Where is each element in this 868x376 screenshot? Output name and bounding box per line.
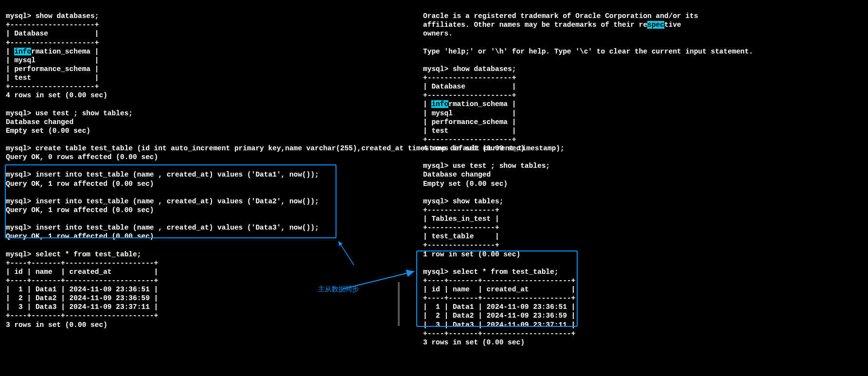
result-msg: 3 rows in set (0.00 sec) [6,321,107,329]
highlight-box-right [416,251,578,327]
db-row: performance_schema [14,65,90,73]
cell: Data2 [35,294,57,302]
cmd-show-db: show databases; [453,65,516,73]
col-id: id [14,268,22,276]
table-row: test_table [431,233,474,240]
prompt: mysql> [423,162,448,170]
banner-line: tive [664,21,681,29]
banner-line: affiliates. Other names may be trademark… [423,21,647,29]
cmd-use-test: use test ; show tables; [35,109,133,117]
db-row: test [431,127,448,135]
cmd-use-test: use test ; show tables; [453,162,550,170]
result-msg: Empty set (0.00 sec) [6,127,90,135]
result-msg: Query OK, 0 rows affected (0.00 sec) [6,153,158,161]
cmd-show-db: show databases; [35,12,99,20]
db-row: mysql [431,109,453,117]
annotation-label: 主从数据同步 [318,285,359,294]
banner-line: owners. [423,30,453,37]
cell: 2024-11-09 23:37:11 [70,303,150,311]
cell: 3 [18,303,23,311]
result-msg: 3 rows in set (0.00 sec) [423,339,525,346]
cell: Data1 [35,286,57,293]
db-row: performance_schema [431,118,508,126]
prompt: mysql> [423,197,448,205]
prompt: mysql> [6,251,31,258]
prompt: mysql> [6,12,31,20]
prompt: mysql> [6,109,31,117]
cell: 1 [18,286,23,293]
col-name: name [35,268,53,276]
cell: 2024-11-09 23:36:51 [70,286,150,293]
db-row-rest: rmation_schema [448,100,508,108]
banner-line: Oracle is a registered trademark of Orac… [423,12,698,20]
result-msg: 4 rows in set (0.00 sec) [423,144,525,152]
tables-header: Tables_in_test [431,215,491,223]
prompt: mysql> [6,144,31,152]
col-ts: created_at [70,268,112,276]
db-row-hl: info [431,100,448,108]
db-row: test [14,74,31,82]
result-msg: 4 rows in set (0.00 sec) [6,91,107,99]
cell: 2 [18,294,23,302]
db-row-hl: info [14,48,31,55]
db-row-rest: rmation_schema [31,48,90,55]
help-line: Type 'help;' or '\h' for help. Type '\c'… [423,48,753,55]
banner-hl: spec [647,21,664,29]
result-msg: Empty set (0.00 sec) [423,180,508,188]
db-header: Database [14,30,48,37]
pane-divider[interactable] [398,282,400,326]
cmd-show-tables: show tables; [453,197,503,205]
highlight-box-left [5,164,337,238]
cell: Data3 [35,303,57,311]
db-header: Database [431,83,465,90]
result-msg: Database changed [423,171,491,179]
result-msg: Database changed [6,118,73,126]
cell: 2024-11-09 23:36:59 [70,294,150,302]
db-row: mysql [14,56,35,64]
prompt: mysql> [423,65,448,73]
cmd-select: select * from test_table; [35,251,142,258]
